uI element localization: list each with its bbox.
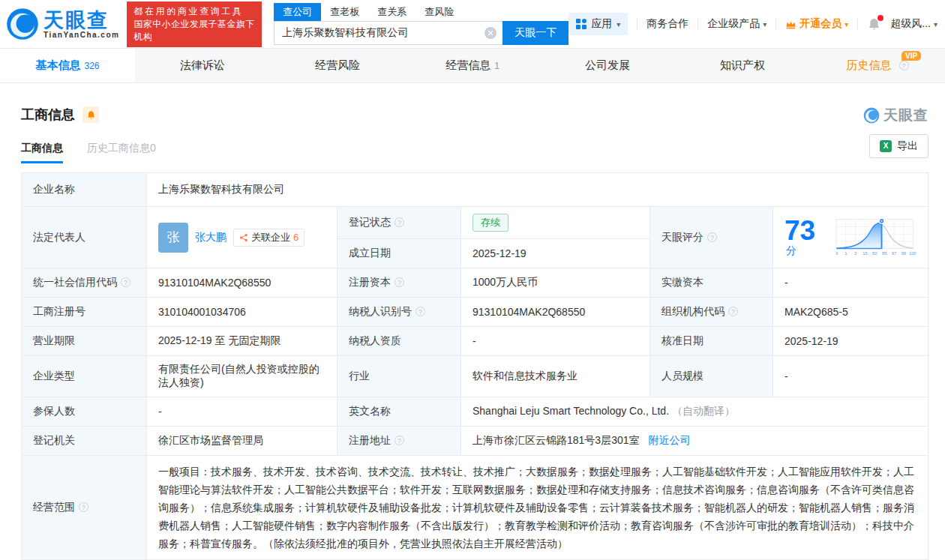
related-companies-count: 6 — [293, 232, 298, 243]
nav-enterprise-products[interactable]: 企业级产品 ▾ — [707, 17, 766, 31]
help-icon[interactable] — [79, 502, 88, 512]
logo[interactable]: 天眼查 TianYanCha.com — [6, 7, 119, 40]
svg-text:15: 15 — [863, 251, 868, 256]
table-row: 法定代表人 张 张大鹏 关联企业 — [22, 207, 928, 239]
tab-history-info-label: 历史信息 — [847, 58, 892, 73]
subscribe-bell-button[interactable] — [82, 106, 99, 123]
promo-banner: 都在用的商业查询工具 国家中小企业发展子基金旗下机构 — [127, 1, 262, 47]
chevron-down-icon: ▾ — [934, 20, 938, 28]
insured-count-value: - — [158, 406, 162, 418]
nav-super-risk[interactable]: 超级风... ▾ — [890, 17, 938, 31]
search-tab-relations[interactable]: 查关系 — [368, 3, 416, 21]
tab-intellectual-property[interactable]: 知识产权 — [675, 49, 810, 82]
svg-text:1: 1 — [845, 251, 848, 256]
company-tabbar: 基本信息 326 法律诉讼 经营风险 经营信息 1 公司发展 知识产权 历史信息… — [0, 48, 945, 83]
insured-count-label: 参保人数 — [33, 405, 75, 417]
staff-size-label: 人员规模 — [662, 370, 704, 382]
related-companies-label: 关联企业 — [251, 231, 290, 244]
tab-business-activity[interactable]: 经营信息 1 — [405, 49, 540, 82]
business-info-table: 企业名称 上海乐聚数智科技有限公司 法定代表人 张 张大鹏 — [21, 172, 928, 560]
divider — [637, 19, 638, 29]
staff-size-value: - — [784, 370, 788, 382]
svg-text:0: 0 — [836, 251, 838, 256]
business-scope-value: 一般项目：技术服务、技术开发、技术咨询、技术交流、技术转让、技术推广；大数据服务… — [158, 466, 914, 550]
chevron-down-icon: ▾ — [844, 20, 848, 28]
divider — [698, 19, 698, 29]
nav-business-cooperation[interactable]: 商务合作 — [646, 17, 688, 31]
business-term-label: 营业期限 — [33, 334, 75, 346]
est-date-label: 成立日期 — [349, 247, 391, 259]
search-tab-risk[interactable]: 查风险 — [416, 3, 463, 21]
reg-capital-value: 1000万人民币 — [472, 276, 538, 288]
nearby-companies-link[interactable]: 附近公司 — [648, 434, 690, 446]
related-companies-badge[interactable]: 关联企业 6 — [233, 229, 304, 247]
subtab-history-business-info[interactable]: 历史工商信息0 — [87, 142, 156, 163]
tab-operational-risk[interactable]: 经营风险 — [270, 49, 405, 82]
paid-capital-value: - — [784, 277, 788, 289]
top-nav: 应用 ▾ 商务合作 企业级产品 ▾ 开通会员 ▾ 超级风. — [568, 13, 938, 35]
search-tab-company[interactable]: 查公司 — [274, 3, 321, 21]
reg-authority-value: 徐汇区市场监督管理局 — [158, 434, 263, 446]
search-tabs: 查公司 查老板 查关系 查风险 — [274, 3, 568, 21]
subtab-business-info[interactable]: 工商信息 — [21, 142, 63, 163]
export-label: 导出 — [897, 139, 918, 153]
business-scope-label: 经营范围 — [33, 501, 75, 513]
taxpayer-id-label: 纳税人识别号 — [349, 305, 412, 317]
watermark-text: 天眼查 — [884, 106, 928, 125]
vip-badge: VIP — [902, 51, 921, 61]
help-icon[interactable] — [416, 307, 425, 316]
business-term-value: 2025-12-19 至 无固定期限 — [158, 334, 280, 346]
reg-authority-label: 登记机关 — [33, 434, 75, 446]
help-icon[interactable] — [121, 277, 130, 287]
help-icon[interactable] — [394, 217, 404, 227]
tab-legal-proceedings[interactable]: 法律诉讼 — [135, 49, 270, 82]
tianyancha-logo-icon — [6, 7, 39, 40]
industry-value: 软件和信息技术服务业 — [472, 370, 578, 382]
notification-dot — [878, 15, 884, 21]
nav-open-vip-label: 开通会员 — [800, 17, 842, 31]
divider — [776, 19, 776, 29]
company-name-value: 上海乐聚数智科技有限公司 — [158, 183, 284, 195]
search-tab-boss[interactable]: 查老板 — [321, 3, 368, 21]
est-date-value: 2025-12-19 — [472, 247, 526, 259]
nav-open-vip[interactable]: 开通会员 ▾ — [785, 17, 848, 31]
table-row: 统一社会信用代码 91310104MAK2Q68550 注册资本 1000万人民… — [22, 268, 928, 298]
tianyan-score: 73分 — [784, 217, 826, 258]
org-code-value: MAK2Q685-5 — [784, 306, 848, 318]
taxpayer-quality-value: - — [472, 335, 476, 347]
top-header: 天眼查 TianYanCha.com 都在用的商业查询工具 国家中小企业发展子基… — [0, 0, 945, 48]
apps-menu-button[interactable]: 应用 ▾ — [568, 13, 628, 35]
legal-rep-avatar[interactable]: 张 — [158, 223, 188, 253]
tab-basic-info-count: 326 — [84, 61, 99, 71]
reg-capital-label: 注册资本 — [349, 276, 391, 288]
help-icon[interactable] — [394, 277, 404, 287]
crown-icon — [785, 19, 796, 29]
help-icon[interactable] — [728, 307, 738, 316]
tab-company-development[interactable]: 公司发展 — [540, 49, 675, 82]
tab-intellectual-property-label: 知识产权 — [720, 58, 765, 73]
svg-text:85: 85 — [882, 251, 886, 256]
table-row: 企业类型 有限责任公司(自然人投资或控股的法人独资) 行业 软件和信息技术服务业… — [22, 356, 928, 397]
legal-rep-name-link[interactable]: 张大鹏 — [195, 231, 226, 244]
nav-super-risk-label: 超级风... — [890, 17, 931, 31]
search-input[interactable] — [274, 21, 502, 45]
score-distribution-chart: 0 1 3 15 50 85 97 99 100 — [835, 216, 916, 259]
divider — [857, 19, 858, 29]
svg-text:50: 50 — [873, 251, 878, 256]
company-type-value: 有限责任公司(自然人投资或控股的法人独资) — [158, 363, 320, 388]
tab-history-info[interactable]: 历史信息 VIP — [810, 49, 945, 82]
table-row: 经营范围 一般项目：技术服务、技术开发、技术咨询、技术交流、技术转让、技术推广；… — [22, 456, 928, 560]
notifications-button[interactable] — [867, 17, 881, 31]
help-icon[interactable] — [707, 232, 717, 242]
paid-capital-label: 实缴资本 — [662, 276, 704, 288]
score-value: 73 — [784, 215, 815, 246]
help-icon[interactable] — [394, 436, 404, 445]
table-row: 登记机关 徐汇区市场监督管理局 注册地址 上海市徐汇区云锦路181号3层301室… — [22, 427, 928, 456]
table-row: 工商注册号 310104001034706 纳税人识别号 91310104MAK… — [22, 298, 928, 327]
export-button[interactable]: 导出 — [869, 134, 928, 158]
search-button[interactable]: 天眼一下 — [502, 21, 568, 45]
tab-basic-info[interactable]: 基本信息 326 — [0, 49, 135, 82]
help-icon[interactable] — [899, 61, 909, 70]
tab-legal-proceedings-label: 法律诉讼 — [180, 58, 225, 73]
approval-date-label: 核准日期 — [662, 334, 704, 346]
